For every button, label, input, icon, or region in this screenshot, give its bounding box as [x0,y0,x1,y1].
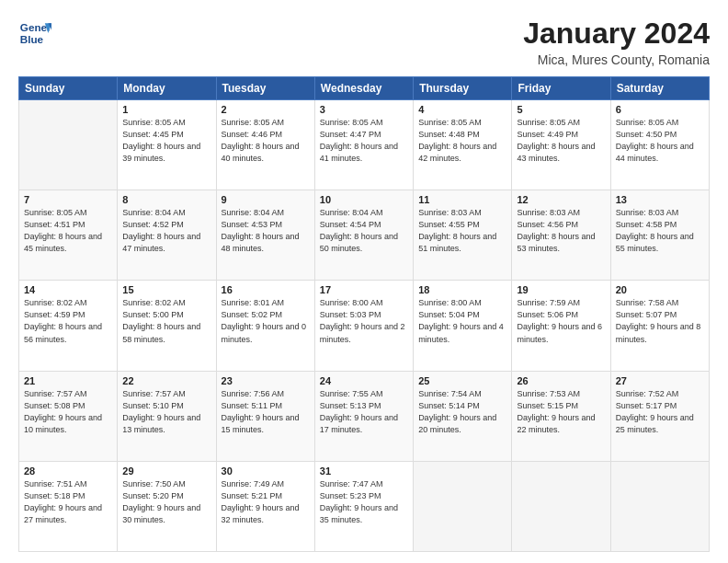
logo: General Blue [18,17,51,50]
day-number: 19 [517,284,605,295]
calendar-cell: 3Sunrise: 8:05 AMSunset: 4:47 PMDaylight… [314,100,413,190]
day-details: Sunrise: 7:57 AMSunset: 5:08 PMDaylight:… [24,388,112,436]
day-number: 29 [122,465,210,477]
day-number: 11 [418,194,506,205]
day-number: 17 [320,284,408,295]
col-thursday: Thursday [414,77,512,100]
calendar-cell: 27Sunrise: 7:52 AMSunset: 5:17 PMDayligh… [610,371,709,461]
day-number: 16 [222,284,310,295]
header: General Blue January 2024 Mica, Mures Co… [18,17,710,67]
calendar-cell: 2Sunrise: 8:05 AMSunset: 4:46 PMDaylight… [216,100,314,190]
calendar-cell [414,461,512,551]
day-number: 7 [24,194,112,205]
title-block: January 2024 Mica, Mures County, Romania [523,17,710,67]
day-details: Sunrise: 8:03 AMSunset: 4:55 PMDaylight:… [418,207,506,255]
calendar-cell: 18Sunrise: 8:00 AMSunset: 5:04 PMDayligh… [414,281,512,371]
calendar-cell [19,100,118,190]
calendar-cell: 15Sunrise: 8:02 AMSunset: 5:00 PMDayligh… [118,281,216,371]
col-saturday: Saturday [610,77,709,100]
calendar-cell: 30Sunrise: 7:49 AMSunset: 5:21 PMDayligh… [216,461,314,551]
day-details: Sunrise: 8:00 AMSunset: 5:04 PMDaylight:… [418,297,506,345]
calendar-cell: 12Sunrise: 8:03 AMSunset: 4:56 PMDayligh… [512,190,610,281]
day-number: 31 [320,465,408,477]
calendar-week-row: 14Sunrise: 8:02 AMSunset: 4:59 PMDayligh… [19,281,710,371]
day-number: 12 [517,194,605,205]
day-number: 23 [222,375,310,386]
day-details: Sunrise: 7:54 AMSunset: 5:14 PMDaylight:… [418,388,506,436]
day-details: Sunrise: 8:03 AMSunset: 4:56 PMDaylight:… [517,207,605,255]
calendar-cell: 11Sunrise: 8:03 AMSunset: 4:55 PMDayligh… [414,190,512,281]
logo-icon: General Blue [18,17,51,50]
calendar-cell [512,461,610,551]
day-number: 10 [320,194,408,205]
col-monday: Monday [118,77,216,100]
day-number: 8 [122,194,210,205]
col-tuesday: Tuesday [216,77,314,100]
calendar-cell: 7Sunrise: 8:05 AMSunset: 4:51 PMDaylight… [19,190,118,281]
day-details: Sunrise: 7:50 AMSunset: 5:20 PMDaylight:… [122,478,210,526]
day-number: 25 [418,375,506,386]
calendar-cell: 8Sunrise: 8:04 AMSunset: 4:52 PMDaylight… [118,190,216,281]
day-number: 2 [222,104,310,115]
calendar-cell: 17Sunrise: 8:00 AMSunset: 5:03 PMDayligh… [314,281,413,371]
calendar-cell: 28Sunrise: 7:51 AMSunset: 5:18 PMDayligh… [19,461,118,551]
day-details: Sunrise: 8:05 AMSunset: 4:50 PMDaylight:… [616,117,704,165]
day-details: Sunrise: 8:05 AMSunset: 4:47 PMDaylight:… [320,117,408,165]
day-details: Sunrise: 8:02 AMSunset: 5:00 PMDaylight:… [122,297,210,345]
day-number: 22 [122,375,210,386]
day-number: 20 [616,284,704,295]
day-details: Sunrise: 8:05 AMSunset: 4:46 PMDaylight:… [222,117,310,165]
subtitle: Mica, Mures County, Romania [523,52,710,67]
calendar-cell: 25Sunrise: 7:54 AMSunset: 5:14 PMDayligh… [414,371,512,461]
day-number: 13 [616,194,704,205]
day-details: Sunrise: 7:59 AMSunset: 5:06 PMDaylight:… [517,297,605,345]
day-number: 21 [24,375,112,386]
svg-text:Blue: Blue [20,33,44,45]
day-details: Sunrise: 7:55 AMSunset: 5:13 PMDaylight:… [320,388,408,436]
day-details: Sunrise: 8:03 AMSunset: 4:58 PMDaylight:… [616,207,704,255]
day-details: Sunrise: 8:02 AMSunset: 4:59 PMDaylight:… [24,297,112,345]
day-number: 14 [24,284,112,295]
calendar-cell: 1Sunrise: 8:05 AMSunset: 4:45 PMDaylight… [118,100,216,190]
day-number: 27 [616,375,704,386]
day-number: 6 [616,104,704,115]
day-number: 5 [517,104,605,115]
calendar-week-row: 28Sunrise: 7:51 AMSunset: 5:18 PMDayligh… [19,461,710,551]
day-number: 24 [320,375,408,386]
calendar-cell: 19Sunrise: 7:59 AMSunset: 5:06 PMDayligh… [512,281,610,371]
day-details: Sunrise: 7:58 AMSunset: 5:07 PMDaylight:… [616,297,704,345]
calendar-week-row: 7Sunrise: 8:05 AMSunset: 4:51 PMDaylight… [19,190,710,281]
calendar-cell [610,461,709,551]
calendar-cell: 16Sunrise: 8:01 AMSunset: 5:02 PMDayligh… [216,281,314,371]
calendar-cell: 26Sunrise: 7:53 AMSunset: 5:15 PMDayligh… [512,371,610,461]
day-details: Sunrise: 8:05 AMSunset: 4:48 PMDaylight:… [418,117,506,165]
day-details: Sunrise: 7:53 AMSunset: 5:15 PMDaylight:… [517,388,605,436]
calendar-week-row: 1Sunrise: 8:05 AMSunset: 4:45 PMDaylight… [19,100,710,190]
day-details: Sunrise: 7:57 AMSunset: 5:10 PMDaylight:… [122,388,210,436]
day-number: 18 [418,284,506,295]
day-number: 4 [418,104,506,115]
calendar-cell: 20Sunrise: 7:58 AMSunset: 5:07 PMDayligh… [610,281,709,371]
day-number: 3 [320,104,408,115]
day-number: 1 [122,104,210,115]
day-details: Sunrise: 7:47 AMSunset: 5:23 PMDaylight:… [320,478,408,526]
calendar-cell: 29Sunrise: 7:50 AMSunset: 5:20 PMDayligh… [118,461,216,551]
main-title: January 2024 [523,17,710,51]
calendar-cell: 9Sunrise: 8:04 AMSunset: 4:53 PMDaylight… [216,190,314,281]
day-number: 30 [222,465,310,477]
day-number: 9 [222,194,310,205]
calendar-cell: 31Sunrise: 7:47 AMSunset: 5:23 PMDayligh… [314,461,413,551]
day-details: Sunrise: 8:01 AMSunset: 5:02 PMDaylight:… [222,297,310,345]
calendar-cell: 5Sunrise: 8:05 AMSunset: 4:49 PMDaylight… [512,100,610,190]
calendar-week-row: 21Sunrise: 7:57 AMSunset: 5:08 PMDayligh… [19,371,710,461]
calendar-cell: 14Sunrise: 8:02 AMSunset: 4:59 PMDayligh… [19,281,118,371]
calendar-cell: 10Sunrise: 8:04 AMSunset: 4:54 PMDayligh… [314,190,413,281]
col-sunday: Sunday [19,77,118,100]
calendar-cell: 6Sunrise: 8:05 AMSunset: 4:50 PMDaylight… [610,100,709,190]
day-details: Sunrise: 8:04 AMSunset: 4:53 PMDaylight:… [222,207,310,255]
calendar-cell: 24Sunrise: 7:55 AMSunset: 5:13 PMDayligh… [314,371,413,461]
day-details: Sunrise: 8:00 AMSunset: 5:03 PMDaylight:… [320,297,408,345]
page: General Blue January 2024 Mica, Mures Co… [0,0,728,563]
calendar-header-row: Sunday Monday Tuesday Wednesday Thursday… [19,77,710,100]
day-number: 28 [24,465,112,477]
